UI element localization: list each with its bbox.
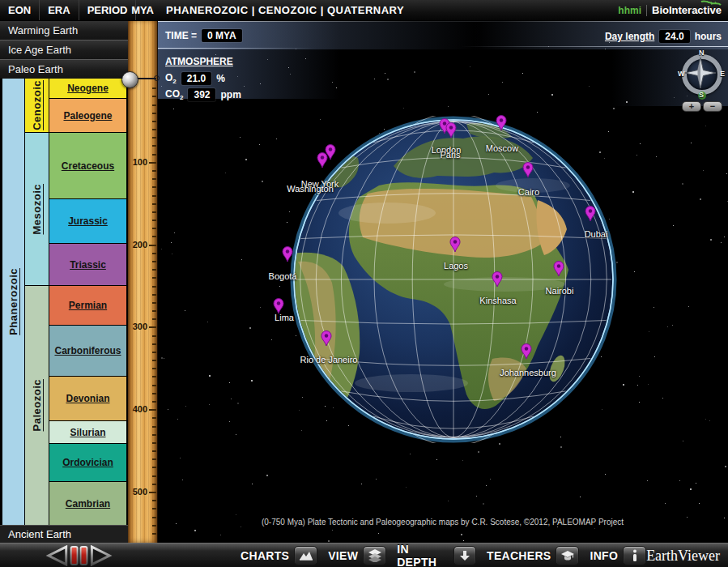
ruler-tick	[152, 533, 156, 535]
ruler-tick	[152, 178, 156, 180]
tab-eon[interactable]: EON	[0, 0, 40, 20]
city-pin-icon[interactable]	[522, 162, 534, 178]
star	[229, 421, 230, 422]
city-pin-icon[interactable]	[445, 122, 457, 139]
star	[276, 139, 277, 139]
time-ruler[interactable]: 100200300400500	[128, 20, 158, 543]
ruler-tick	[152, 360, 156, 361]
tab-era[interactable]: ERA	[40, 0, 79, 20]
earth-mode-menu: Warming Earth Ice Age Earth Paleo Earth	[0, 20, 128, 79]
charts-button[interactable]: CHARTS	[241, 546, 317, 565]
period-devonian[interactable]: Devonian	[49, 377, 126, 420]
star	[209, 404, 210, 405]
ruler-tick-label: 300	[133, 322, 147, 331]
city-pin-icon[interactable]	[521, 343, 532, 360]
era-cenozoic[interactable]: Cenozoic	[25, 79, 49, 132]
star	[385, 73, 385, 74]
city-pin-icon[interactable]	[273, 298, 284, 314]
menu-item-ancient-earth[interactable]: Ancient Earth	[0, 525, 128, 543]
star	[634, 271, 635, 272]
in-depth-button[interactable]: IN DEPTH	[397, 543, 476, 567]
star	[653, 307, 654, 308]
earth-globe[interactable]	[290, 116, 617, 443]
era-paleozoic[interactable]: Paleozoic	[25, 286, 49, 525]
star	[259, 144, 260, 145]
atmosphere-link[interactable]: ATMOSPHERE	[165, 56, 233, 67]
star	[662, 398, 663, 399]
charts-icon	[294, 546, 317, 565]
wood-grain	[128, 20, 157, 543]
era-column: Cenozoic Mesozoic Paleozoic	[25, 79, 49, 525]
info-button[interactable]: INFO	[590, 546, 646, 565]
star	[705, 419, 706, 420]
star	[376, 479, 377, 480]
city-pin-icon[interactable]	[496, 115, 507, 131]
period-triassic[interactable]: Triassic	[49, 244, 126, 285]
view-button[interactable]: VIEW	[328, 546, 386, 565]
ruler-tick	[152, 203, 156, 205]
star	[478, 451, 479, 453]
compass-rose[interactable]: N E S W	[679, 51, 726, 98]
ruler-tick	[152, 129, 156, 130]
city-pin-icon[interactable]	[449, 237, 461, 253]
o2-readout: O2 21.0 %	[165, 72, 225, 85]
city-pin-icon[interactable]	[282, 246, 293, 262]
eon-phanerozoic[interactable]: Phanerozoic	[2, 79, 24, 525]
star	[605, 474, 606, 475]
time-slider-endcap	[154, 75, 160, 81]
period-cretaceous[interactable]: Cretaceous	[49, 133, 126, 198]
compass-w-label: W	[678, 70, 685, 78]
time-label: TIME =	[165, 30, 197, 41]
star	[161, 249, 162, 249]
ruler-tick	[152, 302, 156, 304]
city-pin-icon[interactable]	[492, 271, 503, 288]
teachers-button[interactable]: TEACHERS	[487, 546, 579, 565]
ruler-tick	[152, 269, 156, 271]
day-length-readout: Day length 24.0 hours	[605, 30, 722, 43]
period-ordovician[interactable]: Ordovician	[49, 444, 126, 481]
hhmi-biointeractive-logo[interactable]: hhmi BioInteractive	[618, 0, 722, 20]
star	[220, 535, 221, 535]
zoom-out-button[interactable]: −	[703, 101, 722, 112]
ruler-tick	[152, 310, 156, 312]
period-neogene[interactable]: Neogene	[49, 79, 126, 98]
menu-item-paleo-earth[interactable]: Paleo Earth	[0, 59, 128, 79]
star	[262, 181, 263, 182]
playback-controls[interactable]	[42, 545, 119, 566]
era-mesozoic[interactable]: Mesozoic	[25, 133, 49, 285]
star	[589, 86, 590, 87]
star	[647, 480, 648, 481]
star	[240, 137, 241, 138]
compass-s-label: S	[699, 91, 704, 99]
period-carboniferous[interactable]: Carboniferous	[49, 326, 126, 376]
ruler-tick	[149, 409, 156, 411]
city-pin-icon[interactable]	[585, 206, 596, 222]
star	[374, 79, 375, 79]
ruler-tick	[152, 376, 156, 377]
star	[172, 254, 172, 254]
star	[699, 503, 700, 504]
star	[185, 310, 185, 311]
menu-item-warming-earth[interactable]: Warming Earth	[0, 20, 128, 40]
time-slider-knob[interactable]	[121, 71, 138, 88]
period-jurassic[interactable]: Jurassic	[49, 199, 126, 243]
star	[174, 232, 175, 233]
city-pin-icon[interactable]	[317, 152, 328, 168]
o2-symbol: O2	[165, 72, 177, 85]
day-length-link[interactable]: Day length	[605, 31, 654, 42]
period-silurian[interactable]: Silurian	[49, 421, 126, 443]
period-paleogene[interactable]: Paleogene	[49, 99, 126, 132]
time-readout: TIME = 0 MYA	[165, 29, 242, 42]
star	[709, 420, 710, 421]
star	[640, 143, 641, 144]
city-pin-icon[interactable]	[553, 261, 564, 277]
star	[551, 94, 553, 96]
period-cambrian[interactable]: Cambrian	[49, 482, 126, 525]
zoom-in-button[interactable]: +	[682, 101, 701, 112]
period-permian[interactable]: Permian	[49, 286, 126, 325]
city-pin-icon[interactable]	[321, 330, 332, 347]
star	[637, 385, 638, 386]
star	[557, 526, 558, 527]
star	[639, 376, 640, 377]
menu-item-ice-age-earth[interactable]: Ice Age Earth	[0, 40, 128, 59]
